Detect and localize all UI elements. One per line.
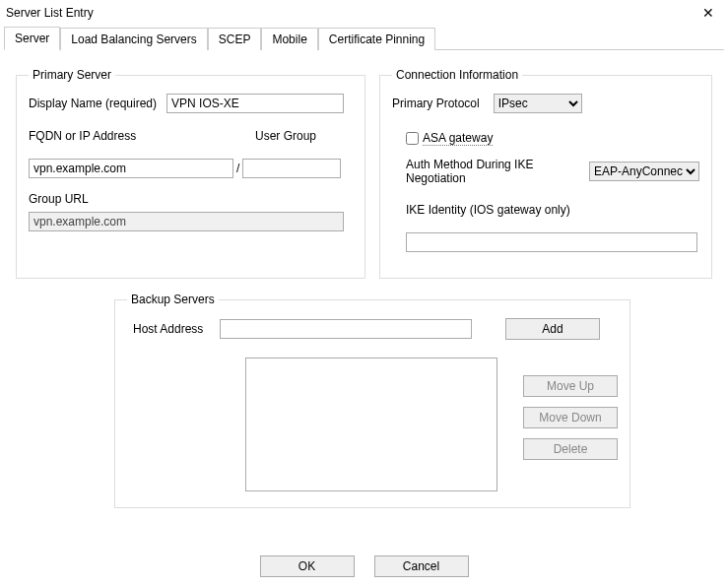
user-group-input[interactable] [242,159,341,178]
tab-server[interactable]: Server [4,27,60,50]
auth-method-label: Auth Method During IKE Negotiation [406,158,577,185]
user-group-label: User Group [255,129,316,143]
ike-identity-label: IKE Identity (IOS gateway only) [406,203,699,217]
delete-button[interactable]: Delete [523,438,618,460]
primary-server-legend: Primary Server [29,68,115,82]
backup-servers-legend: Backup Servers [127,293,219,306]
ike-identity-input[interactable] [406,232,697,252]
display-name-input[interactable] [166,94,344,113]
fqdn-usergroup-separator: / [233,162,242,175]
primary-protocol-label: Primary Protocol [392,97,480,110]
primary-protocol-select[interactable]: IPsec [494,94,582,113]
cancel-button[interactable]: Cancel [374,555,469,577]
group-url-input [29,212,344,231]
connection-information-legend: Connection Information [392,68,522,82]
move-down-button[interactable]: Move Down [523,407,618,428]
dialog-buttons: OK Cancel [0,555,728,577]
tab-load-balancing-servers[interactable]: Load Balancing Servers [60,28,207,50]
host-address-input[interactable] [220,319,472,339]
backup-servers-group: Backup Servers Host Address Add Move Up … [114,293,630,508]
move-up-button[interactable]: Move Up [523,375,618,397]
tab-scep[interactable]: SCEP [208,28,262,50]
group-url-label: Group URL [29,192,353,206]
ok-button[interactable]: OK [260,555,355,577]
close-icon[interactable]: ✕ [696,4,720,22]
titlebar: Server List Entry ✕ [0,0,728,26]
host-address-label: Host Address [127,322,212,336]
display-name-label: Display Name (required) [29,97,157,110]
primary-server-group: Primary Server Display Name (required) F… [16,68,365,279]
asa-gateway-label: ASA gateway [423,131,493,146]
tab-certificate-pinning[interactable]: Certificate Pinning [318,28,435,50]
connection-information-group: Connection Information Primary Protocol … [379,68,712,279]
content: Primary Server Display Name (required) F… [0,50,728,508]
auth-method-select[interactable]: EAP-AnyConnect [589,162,699,181]
fqdn-label: FQDN or IP Address [29,129,245,143]
backup-servers-listbox[interactable] [245,358,497,491]
add-button[interactable]: Add [505,318,600,340]
tab-mobile[interactable]: Mobile [261,28,317,50]
asa-gateway-checkbox[interactable] [406,132,419,145]
fqdn-input[interactable] [29,159,233,178]
window-title: Server List Entry [6,6,94,20]
tabs: Server Load Balancing Servers SCEP Mobil… [4,26,724,50]
